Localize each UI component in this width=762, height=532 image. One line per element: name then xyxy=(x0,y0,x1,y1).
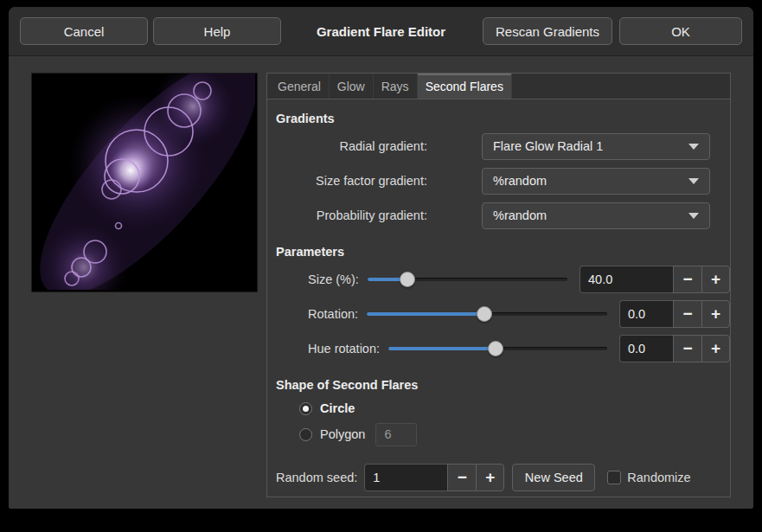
tab-rays[interactable]: Rays xyxy=(374,74,418,99)
size-slider[interactable] xyxy=(368,266,567,293)
radial-gradient-dropdown[interactable]: Flare Glow Radial 1 xyxy=(482,133,710,160)
new-seed-button[interactable]: New Seed xyxy=(512,464,595,491)
rotation-value-field[interactable]: 0.0 xyxy=(619,300,673,328)
slider-thumb[interactable] xyxy=(477,306,492,322)
minus-icon[interactable]: − xyxy=(673,335,701,362)
radial-gradient-label: Radial gradient: xyxy=(267,139,427,153)
chevron-down-icon xyxy=(688,213,699,219)
circle-radio-row: Circle xyxy=(267,395,730,421)
probability-gradient-label: Probability gradient: xyxy=(267,208,427,222)
tab-general[interactable]: General xyxy=(270,74,330,99)
parameters-section-title: Parameters xyxy=(276,241,730,262)
slider-fill xyxy=(388,347,496,350)
plus-icon[interactable]: + xyxy=(701,300,730,328)
slider-thumb[interactable] xyxy=(400,272,415,287)
minus-icon[interactable]: − xyxy=(447,464,476,491)
minus-icon[interactable]: − xyxy=(673,266,701,293)
polygon-sides-field[interactable]: 6 xyxy=(375,423,417,446)
hue-rotation-label: Hue rotation: xyxy=(308,342,380,356)
polygon-radio-row: Polygon 6 xyxy=(267,421,730,447)
hue-rotation-slider[interactable] xyxy=(388,335,607,362)
hue-rotation-spin-group: 0.0 − + xyxy=(619,335,730,362)
hue-rotation-row: Hue rotation: 0.0 − + xyxy=(267,331,730,366)
random-seed-label: Random seed: xyxy=(276,471,357,484)
window-title: Gradient Flare Editor xyxy=(317,24,445,39)
probability-gradient-value: %random xyxy=(493,208,547,222)
plus-icon[interactable]: + xyxy=(476,464,504,491)
rotation-label: Rotation: xyxy=(308,307,358,321)
rotation-spin-group: 0.0 − + xyxy=(619,300,730,328)
headerbar: Cancel Help Gradient Flare Editor Rescan… xyxy=(9,7,753,56)
ok-button[interactable]: OK xyxy=(619,17,742,45)
tab-strip: General Glow Rays Second Flares xyxy=(267,74,730,99)
size-label: Size (%): xyxy=(308,272,359,286)
hue-rotation-value-field[interactable]: 0.0 xyxy=(619,335,673,362)
size-factor-gradient-dropdown[interactable]: %random xyxy=(482,168,710,195)
plus-icon[interactable]: + xyxy=(701,266,730,293)
help-button[interactable]: Help xyxy=(153,17,281,45)
tab-glow[interactable]: Glow xyxy=(330,74,374,99)
size-factor-gradient-label: Size factor gradient: xyxy=(267,174,427,188)
circle-radio[interactable] xyxy=(299,402,312,415)
circle-radio-label[interactable]: Circle xyxy=(320,401,355,415)
chevron-down-icon xyxy=(688,144,699,150)
tab-second-flares[interactable]: Second Flares xyxy=(418,74,512,99)
randomize-checkbox[interactable] xyxy=(607,471,621,484)
random-seed-spin-group: 1 − + xyxy=(364,464,504,491)
shape-section-title: Shape of Second Flares xyxy=(276,375,730,395)
polygon-radio[interactable] xyxy=(299,428,312,441)
rescan-gradients-button[interactable]: Rescan Gradients xyxy=(483,17,612,45)
polygon-radio-label[interactable]: Polygon xyxy=(320,427,365,441)
cancel-button[interactable]: Cancel xyxy=(20,17,148,45)
randomize-label[interactable]: Randomize xyxy=(627,471,690,484)
radial-gradient-value: Flare Glow Radial 1 xyxy=(493,139,603,153)
size-value-field[interactable]: 40.0 xyxy=(580,266,673,293)
flare-preview-image xyxy=(32,74,255,290)
plus-icon[interactable]: + xyxy=(701,335,730,362)
size-row: Size (%): 40.0 − + xyxy=(267,262,730,297)
probability-gradient-row: Probability gradient: %random xyxy=(267,198,730,233)
random-seed-field[interactable]: 1 xyxy=(364,464,447,491)
slider-fill xyxy=(367,312,484,316)
size-factor-gradient-row: Size factor gradient: %random xyxy=(267,163,730,198)
random-seed-row: Random seed: 1 − + New Seed Randomize xyxy=(276,463,730,492)
gradient-flare-editor-dialog: Cancel Help Gradient Flare Editor Rescan… xyxy=(9,7,753,509)
gradients-section-title: Gradients xyxy=(276,108,730,129)
second-flares-panel: General Glow Rays Second Flares Gradient… xyxy=(266,73,731,497)
chevron-down-icon xyxy=(688,178,699,184)
size-factor-gradient-value: %random xyxy=(493,174,547,188)
rotation-slider[interactable] xyxy=(367,300,607,328)
flare-preview xyxy=(31,73,258,292)
radial-gradient-row: Radial gradient: Flare Glow Radial 1 xyxy=(267,129,730,163)
size-spin-group: 40.0 − + xyxy=(580,266,730,293)
minus-icon[interactable]: − xyxy=(673,300,701,328)
slider-thumb[interactable] xyxy=(488,341,503,356)
rotation-row: Rotation: 0.0 − + xyxy=(267,297,730,331)
probability-gradient-dropdown[interactable]: %random xyxy=(482,202,710,229)
